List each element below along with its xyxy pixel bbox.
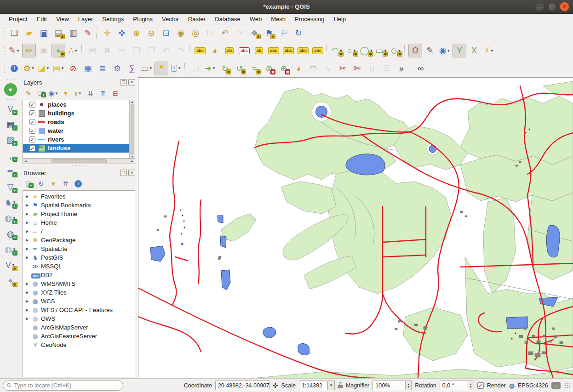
split-features[interactable]: ✄ [350,62,364,75]
vertex-tool[interactable]: ∴▼ [66,44,80,57]
layer-item-buildings[interactable]: ✓buildings [23,109,129,118]
panel-splitter[interactable] [21,164,136,168]
show-layout-manager[interactable]: ▥ [66,26,80,40]
split-parts[interactable]: ✂ [336,62,350,75]
add-spatialite-layer[interactable]: ✒+ [3,164,18,178]
processing-toolbox[interactable]: ⚙ [110,62,124,75]
add-selected-layers[interactable]: ❏+ [23,179,34,189]
menu-view[interactable]: View [52,15,73,23]
new-print-layout[interactable]: ▤✱ [52,26,65,40]
layer-checkbox[interactable]: ✓ [29,136,35,142]
zoom-to-layer[interactable]: ◎ [189,26,202,40]
measure[interactable]: ▭▼ [140,62,154,75]
expand-all[interactable]: ⇊ [85,88,96,98]
layer-checkbox[interactable]: ✓ [29,119,35,125]
run-feature-action[interactable]: ⚙▼ [22,62,36,75]
browser-item-wfs-ogc-api-features[interactable]: ▶◍WFS / OGC API - Features [23,306,135,314]
rotation-value[interactable]: 0,0 ° [440,381,468,390]
browser-item-spatial-bookmarks[interactable]: ▶⚑Spatial Bookmarks [23,201,135,210]
magnifier-spinner[interactable]: 100% ▲▼ [372,381,412,390]
spinner-arrows-icon[interactable]: ▲▼ [406,381,412,390]
layers-vertical-scrollbar[interactable]: ▲▼ [129,100,135,158]
avoid-overlap[interactable]: X [467,44,481,57]
browser-item-ows[interactable]: ▶◍OWS [23,314,135,323]
browser-item-postgis[interactable]: ▶♞PostGIS [23,253,135,262]
current-edits[interactable]: ✎▼ [7,44,21,57]
layer-item-rivers[interactable]: ✓rivers [23,135,129,144]
text-annotation[interactable]: T▼ [169,62,183,75]
open-layer-styling[interactable]: ✎ [23,88,34,98]
layers-close-button[interactable]: ✕ [128,79,135,85]
layer-checkbox[interactable]: ✓ [29,145,35,151]
menu-layer[interactable]: Layer [74,15,97,23]
browser-item-home[interactable]: ▶⌂Home [23,218,135,227]
scale-value[interactable]: 1:14392 [299,381,327,390]
add-delimited-text-layer[interactable]: ,+ [3,148,18,163]
menu-mesh[interactable]: Mesh [267,15,290,23]
expander-icon[interactable]: ▶ [25,194,29,199]
refresh-map[interactable]: ↻ [292,26,305,40]
expander-icon[interactable]: ▶ [25,229,29,233]
expander-icon[interactable]: ▶ [25,290,29,295]
add-mesh-layer[interactable]: ▨+ [3,133,18,147]
crs-status[interactable]: EPSG:4326 [518,382,548,389]
pin-unpin-labels[interactable]: ab [223,44,236,57]
add-wcs-layer[interactable]: ◍+ [3,227,18,241]
add-vector-layer[interactable]: V+ [3,102,18,116]
collapse-all-browser[interactable]: ⇈ [60,179,71,189]
minimize-button[interactable]: — [535,2,544,11]
change-label-properties[interactable]: abc [311,44,325,57]
show-spatial-bookmarks[interactable]: ⚐ [277,26,291,40]
statistics-abacus[interactable]: ≣ [96,62,109,75]
highlight-pinned-labels[interactable]: abc [237,44,251,57]
fill-ring[interactable]: ◕ [292,62,305,75]
locator-search-input[interactable]: ⚲ Type to locate (Ctrl+K) [3,381,123,391]
digitize-circle[interactable]: ○✱▼ [345,44,359,57]
resize-grip[interactable] [565,383,570,388]
layer-checkbox[interactable]: ✓ [29,128,35,134]
pan-to-selection[interactable]: ✜ [115,26,129,40]
browser-item-arcgisfeatureserver[interactable]: ◍ArcGisFeatureServer [23,332,135,341]
topological-editing[interactable]: Y [453,44,466,57]
move-label[interactable]: ab [252,44,266,57]
add-part[interactable]: ⊕✖ [277,62,291,75]
filter-by-expression[interactable]: ε▼ [73,88,84,98]
map-tips[interactable]: ❝ [155,62,168,75]
layer-diagram-options[interactable]: ◕ [208,44,222,57]
new-project[interactable]: ❏ [7,26,21,40]
coordinate-input[interactable]: 20.48982,-34.00907 [215,381,269,390]
show-hide-labels[interactable]: abc [267,44,281,57]
rotation-spinner[interactable]: 0,0 ° ▲▼ [440,381,474,390]
data-source-manager[interactable]: ✦ [4,83,17,96]
toolbar-grip[interactable] [6,97,16,100]
expander-icon[interactable]: ▶ [25,247,29,251]
browser-item-favorites[interactable]: ▶★Favorites [23,192,135,201]
expander-icon[interactable]: ▶ [25,299,29,303]
menu-raster[interactable]: Raster [184,15,210,23]
browser-float-button[interactable]: ❐ [120,170,127,176]
metasearch[interactable]: ∞ [414,62,428,75]
menu-processing[interactable]: Processing [291,15,328,23]
layer-item-roads[interactable]: ✓roads [23,118,129,126]
identify-features[interactable]: i [7,62,21,75]
enable-tracing[interactable]: ⚡▼ [482,44,496,57]
filter-legend[interactable]: ▼ [60,88,71,98]
style-manager[interactable]: ✎ [81,26,95,40]
enable-snapping[interactable]: Ω [408,44,422,57]
move-label-diagram[interactable]: abc [281,44,295,57]
new-virtual-layer[interactable]: V✱▼ [3,258,18,272]
layers-float-button[interactable]: ❐ [120,79,127,85]
menu-plugins[interactable]: Plugins [129,15,157,23]
zoom-full-extent[interactable]: ⊡ [159,26,173,40]
zoom-out[interactable]: ⊖ [144,26,158,40]
expander-icon[interactable]: ▶ [25,212,29,216]
maximize-button[interactable]: ▢ [547,2,557,11]
layer-item-water[interactable]: ✓water [23,126,129,135]
chevron-down-icon[interactable]: ▼ [327,381,335,390]
lock-scale-icon[interactable] [338,385,343,388]
layer-item-landuse[interactable]: ✓✏landuse [23,144,129,153]
scale-combo[interactable]: 1:14392 ▼ [299,381,335,390]
pan-map[interactable]: ✛ [100,26,114,40]
browser-item-[interactable]: ▶▱/ [23,227,135,236]
copy-move-feature[interactable]: ↻✱ [218,62,232,75]
